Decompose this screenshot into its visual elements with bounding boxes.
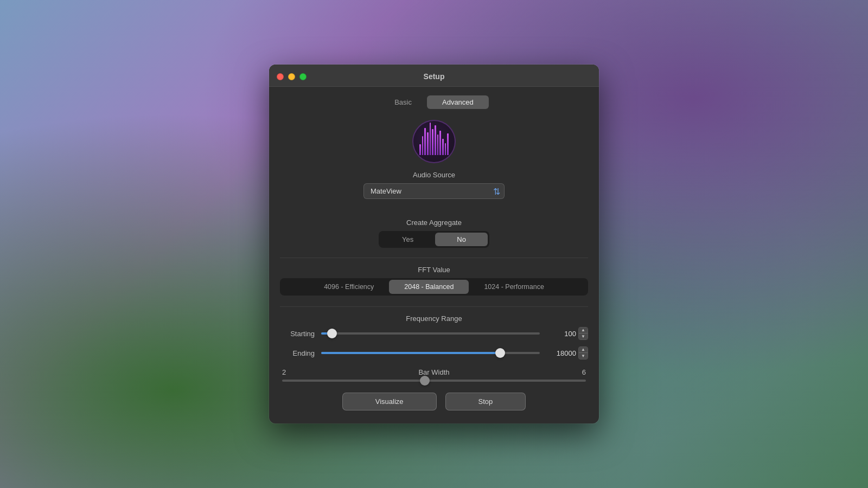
- create-aggregate-label: Create Aggregate: [280, 219, 588, 227]
- starting-value: 100: [546, 330, 576, 338]
- logo-section: Audio Source MateView Built-in Microphon…: [280, 120, 588, 210]
- starting-stepper-up[interactable]: ▲: [579, 328, 588, 333]
- window-content: Basic Advanced: [269, 87, 599, 423]
- frequency-range-label: Frequency Range: [280, 314, 588, 323]
- frequency-range-section: Frequency Range Starting 100 ▲ ▼: [280, 314, 588, 359]
- aggregate-segmented-control: Yes No: [379, 231, 489, 248]
- ending-slider-thumb[interactable]: [495, 348, 505, 358]
- ending-slider-track[interactable]: [321, 352, 540, 354]
- setup-window: Setup Basic Advanced: [269, 65, 599, 423]
- tab-bar: Basic Advanced: [280, 95, 588, 109]
- logo-bar: [424, 128, 426, 155]
- minimize-button[interactable]: [288, 73, 295, 80]
- bar-width-thumb[interactable]: [420, 376, 430, 386]
- ending-stepper-down[interactable]: ▼: [579, 353, 588, 359]
- tab-advanced[interactable]: Advanced: [427, 95, 489, 109]
- tab-basic[interactable]: Basic: [379, 95, 427, 109]
- title-bar: Setup: [269, 65, 599, 87]
- ending-stepper-up[interactable]: ▲: [579, 347, 588, 353]
- close-button[interactable]: [277, 73, 284, 80]
- stop-button[interactable]: Stop: [445, 393, 526, 410]
- fft-performance-button[interactable]: 1024 - Performance: [469, 280, 559, 294]
- logo-bars: [419, 128, 449, 155]
- logo-bar: [422, 136, 424, 155]
- fft-options: 4096 - Efficiency 2048 - Balanced 1024 -…: [280, 278, 588, 296]
- starting-stepper-arrows: ▲ ▼: [578, 327, 588, 340]
- fft-efficiency-button[interactable]: 4096 - Efficiency: [309, 280, 389, 294]
- aggregate-yes-button[interactable]: Yes: [380, 233, 435, 246]
- ending-value: 18000: [546, 349, 576, 357]
- traffic-lights: [277, 73, 307, 80]
- logo-bar: [442, 139, 444, 155]
- ending-slider-row: Ending 18000 ▲ ▼: [280, 346, 588, 359]
- ending-stepper-arrows: ▲ ▼: [578, 346, 588, 359]
- logo-bar: [430, 123, 431, 155]
- audio-source-label: Audio Source: [413, 171, 455, 179]
- fft-value-label: FFT Value: [280, 266, 588, 274]
- maximize-button[interactable]: [299, 73, 307, 80]
- logo-bar: [437, 134, 439, 155]
- audio-source-select-wrapper: MateView Built-in Microphone System Audi…: [363, 183, 505, 199]
- logo-bar: [432, 129, 433, 155]
- logo-bar: [439, 131, 441, 155]
- app-logo: [412, 120, 456, 163]
- starting-slider-row: Starting 100 ▲ ▼: [280, 327, 588, 340]
- audio-source-select[interactable]: MateView Built-in Microphone System Audi…: [363, 183, 505, 199]
- logo-bar: [447, 133, 449, 155]
- logo-bar: [419, 144, 421, 155]
- bar-width-max: 6: [570, 368, 586, 376]
- bar-width-header: 2 Bar Width 6: [280, 368, 588, 376]
- window-title: Setup: [424, 72, 445, 81]
- fft-balanced-button[interactable]: 2048 - Balanced: [389, 280, 469, 294]
- ending-label: Ending: [280, 349, 315, 357]
- logo-bar: [435, 125, 436, 155]
- starting-stepper-down[interactable]: ▼: [579, 333, 588, 339]
- ending-stepper: 18000 ▲ ▼: [546, 346, 588, 359]
- bar-width-track[interactable]: [282, 380, 586, 382]
- visualize-button[interactable]: Visualize: [342, 393, 437, 410]
- starting-stepper: 100 ▲ ▼: [546, 327, 588, 340]
- bar-width-label: Bar Width: [298, 368, 570, 376]
- divider-1: [280, 258, 588, 258]
- bar-width-min: 2: [282, 368, 298, 376]
- divider-2: [280, 306, 588, 307]
- starting-label: Starting: [280, 330, 315, 338]
- fft-section: FFT Value 4096 - Efficiency 2048 - Balan…: [280, 266, 588, 296]
- ending-slider-fill: [321, 352, 500, 354]
- action-buttons: Visualize Stop: [280, 393, 588, 410]
- starting-slider-track[interactable]: [321, 332, 540, 335]
- logo-bar: [445, 143, 446, 155]
- bar-width-section: 2 Bar Width 6: [280, 368, 588, 382]
- starting-slider-thumb[interactable]: [327, 329, 337, 338]
- logo-bar: [427, 132, 429, 155]
- aggregate-no-button[interactable]: No: [435, 233, 488, 246]
- create-aggregate-section: Create Aggregate Yes No: [280, 219, 588, 248]
